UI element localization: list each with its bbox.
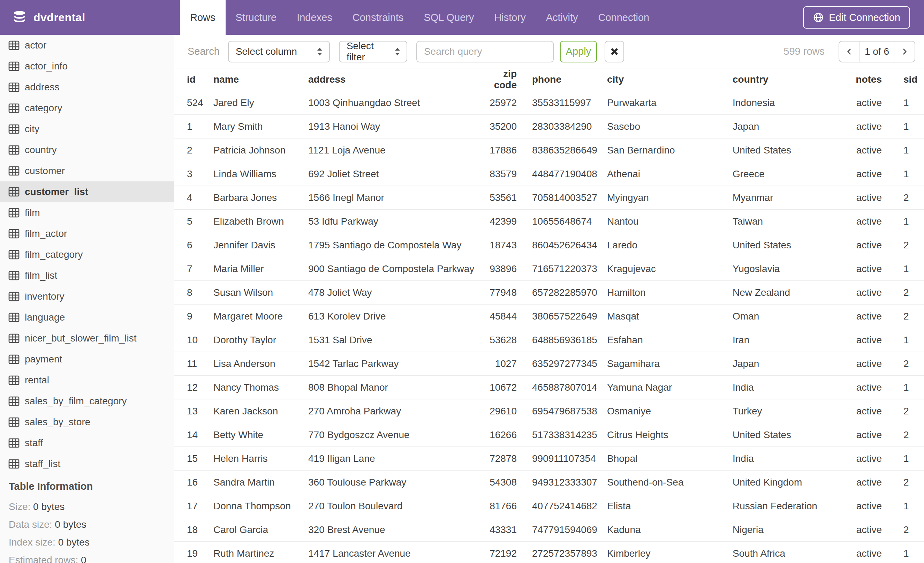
- column-header-phone[interactable]: phone: [532, 68, 607, 91]
- apply-button[interactable]: Apply: [560, 41, 597, 62]
- close-icon: [610, 47, 619, 56]
- sidebar-item-city[interactable]: city: [0, 119, 174, 140]
- table-row[interactable]: 13Karen Jackson270 Amroha Parkway2961069…: [174, 399, 924, 423]
- tab-constraints[interactable]: Constraints: [342, 0, 414, 35]
- cell-country: South Africa: [733, 542, 837, 563]
- table-row[interactable]: 10Dorothy Taylor1531 Sal Drive5362864885…: [174, 328, 924, 352]
- cell-phone: 465887807014: [532, 376, 607, 399]
- table-name: customer_list: [25, 186, 88, 197]
- sidebar-item-country[interactable]: country: [0, 140, 174, 161]
- cell-city: Kaduna: [607, 518, 733, 542]
- table-row[interactable]: 7Maria Miller900 Santiago de Compostela …: [174, 257, 924, 281]
- tab-connection[interactable]: Connection: [588, 0, 660, 35]
- table-row[interactable]: 12Nancy Thomas808 Bhopal Manor1067246588…: [174, 376, 924, 399]
- sidebar-item-actor[interactable]: actor: [0, 35, 174, 56]
- cell-zip-code: 1027: [483, 352, 532, 376]
- sidebar-item-rental[interactable]: rental: [0, 370, 174, 391]
- previous-page-button[interactable]: [839, 42, 860, 62]
- column-header-address[interactable]: address: [308, 68, 483, 91]
- column-header-zip-code[interactable]: zip code: [483, 68, 532, 91]
- cell-name: Ruth Martinez: [213, 542, 308, 563]
- cell-zip-code: 25972: [483, 91, 532, 115]
- search-query-input[interactable]: [416, 41, 554, 62]
- column-header-country[interactable]: country: [733, 68, 837, 91]
- table-icon: [8, 417, 20, 427]
- table-row[interactable]: 8Susan Wilson478 Joliet Way7794865728228…: [174, 281, 924, 305]
- cell-address: 270 Toulon Boulevard: [308, 494, 483, 518]
- table-row[interactable]: 14Betty White770 Bydgoszcz Avenue1626651…: [174, 423, 924, 447]
- cell-country: India: [733, 447, 837, 471]
- table-row[interactable]: 4Barbara Jones1566 Inegl Manor5356170581…: [174, 186, 924, 210]
- next-page-button[interactable]: [894, 42, 915, 62]
- table-row[interactable]: 17Donna Thompson270 Toulon Boulevard8176…: [174, 494, 924, 518]
- cell-name: Sandra Martin: [213, 471, 308, 494]
- filter-select-value: Select filter: [346, 41, 394, 63]
- sidebar-item-customer[interactable]: customer: [0, 161, 174, 182]
- sidebar-item-address[interactable]: address: [0, 77, 174, 98]
- table-row[interactable]: 524Jared Ely1003 Qinhuangdao Street25972…: [174, 91, 924, 115]
- table-row[interactable]: 1Mary Smith1913 Hanoi Way352002830338429…: [174, 115, 924, 138]
- table-name: language: [25, 312, 65, 323]
- cell-notes: active: [837, 257, 884, 281]
- cell-zip-code: 77948: [483, 281, 532, 305]
- sidebar-item-category[interactable]: category: [0, 98, 174, 119]
- cell-name: Lisa Anderson: [213, 352, 308, 376]
- sidebar-item-film-actor[interactable]: film_actor: [0, 223, 174, 244]
- cell-country: United States: [733, 138, 837, 162]
- cell-id: 19: [174, 542, 213, 563]
- tab-indexes[interactable]: Indexes: [286, 0, 342, 35]
- column-select[interactable]: Select column: [228, 41, 330, 62]
- table-row[interactable]: 5Elizabeth Brown53 Idfu Parkway423991065…: [174, 210, 924, 233]
- table-icon: [8, 375, 20, 385]
- column-header-sid[interactable]: sid: [884, 68, 924, 91]
- sidebar-item-customer-list[interactable]: customer_list: [0, 182, 174, 202]
- column-header-notes[interactable]: notes: [837, 68, 884, 91]
- column-header-name[interactable]: name: [213, 68, 308, 91]
- table-row[interactable]: 11Lisa Anderson1542 Tarlac Parkway102763…: [174, 352, 924, 376]
- sidebar-item-payment[interactable]: payment: [0, 349, 174, 370]
- sidebar-item-staff[interactable]: staff: [0, 432, 174, 453]
- cell-country: Indonesia: [733, 91, 837, 115]
- cell-country: Nigeria: [733, 518, 837, 542]
- sidebar-item-inventory[interactable]: inventory: [0, 286, 174, 307]
- cell-address: 53 Idfu Parkway: [308, 210, 483, 233]
- tab-structure[interactable]: Structure: [226, 0, 287, 35]
- tab-rows[interactable]: Rows: [180, 0, 226, 35]
- cell-address: 1913 Hanoi Way: [308, 115, 483, 138]
- cell-id: 16: [174, 471, 213, 494]
- sidebar-item-film-list[interactable]: film_list: [0, 265, 174, 286]
- table-row[interactable]: 2Patricia Johnson1121 Loja Avenue1788683…: [174, 138, 924, 162]
- sidebar-item-sales-by-film-category[interactable]: sales_by_film_category: [0, 391, 174, 411]
- tab-sql-query[interactable]: SQL Query: [414, 0, 484, 35]
- sidebar-item-film[interactable]: film: [0, 202, 174, 223]
- clear-search-button[interactable]: [604, 41, 624, 62]
- tab-history[interactable]: History: [484, 0, 536, 35]
- cell-sid: 1: [884, 115, 924, 138]
- search-toolbar: Search Select column Select filter Apply…: [174, 35, 924, 68]
- cell-address: 808 Bhopal Manor: [308, 376, 483, 399]
- table-row[interactable]: 15Helen Harris419 Iligan Lane72878990911…: [174, 447, 924, 471]
- sidebar-item-language[interactable]: language: [0, 307, 174, 328]
- sidebar-item-sales-by-store[interactable]: sales_by_store: [0, 411, 174, 432]
- sidebar-item-film-category[interactable]: film_category: [0, 244, 174, 265]
- column-header-city[interactable]: city: [607, 68, 733, 91]
- table-row[interactable]: 18Carol Garcia320 Brest Avenue4333174779…: [174, 518, 924, 542]
- cell-city: Citrus Heights: [607, 423, 733, 447]
- cell-sid: 1: [884, 494, 924, 518]
- table-row[interactable]: 3Linda Williams692 Joliet Street83579448…: [174, 162, 924, 186]
- sidebar-item-staff-list[interactable]: staff_list: [0, 453, 174, 474]
- tab-activity[interactable]: Activity: [536, 0, 588, 35]
- cell-id: 2: [174, 138, 213, 162]
- cell-city: Hamilton: [607, 281, 733, 305]
- cell-phone: 860452626434: [532, 233, 607, 257]
- sidebar-item-nicer-but-slower-film-list[interactable]: nicer_but_slower_film_list: [0, 328, 174, 349]
- edit-connection-button[interactable]: Edit Connection: [803, 6, 910, 29]
- cell-notes: active: [837, 328, 884, 352]
- table-row[interactable]: 6Jennifer Davis1795 Santiago de Composte…: [174, 233, 924, 257]
- table-row[interactable]: 19Ruth Martinez1417 Lancaster Avenue7219…: [174, 542, 924, 563]
- column-header-id[interactable]: id: [174, 68, 213, 91]
- table-row[interactable]: 9Margaret Moore613 Korolev Drive45844380…: [174, 305, 924, 328]
- table-row[interactable]: 16Sandra Martin360 Toulouse Parkway54308…: [174, 471, 924, 494]
- filter-select[interactable]: Select filter: [339, 41, 407, 62]
- sidebar-item-actor-info[interactable]: actor_info: [0, 56, 174, 77]
